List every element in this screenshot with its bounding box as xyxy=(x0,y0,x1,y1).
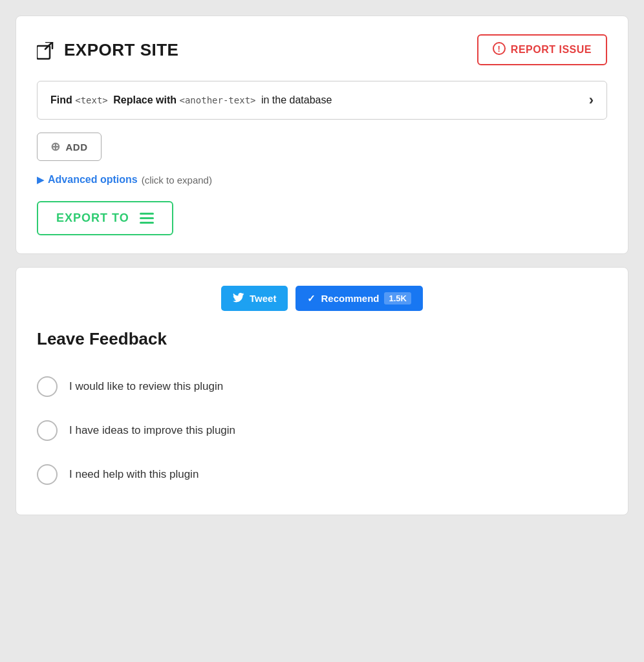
report-issue-button[interactable]: ! REPORT ISSUE xyxy=(477,34,607,65)
advanced-options-arrow-icon: ▶ xyxy=(37,175,44,185)
find-replace-suffix: in the database xyxy=(261,94,332,105)
find-replace-text: Find <text> Replace with <another-text> … xyxy=(50,94,332,106)
replace-label: Replace with xyxy=(113,94,177,105)
recommend-label: Recommend xyxy=(321,293,379,304)
feedback-option-1-label: I would like to review this plugin xyxy=(69,380,223,393)
export-to-label: EXPORT TO xyxy=(56,211,129,225)
leave-feedback-title: Leave Feedback xyxy=(37,329,607,349)
radio-review[interactable] xyxy=(37,376,58,397)
twitter-icon xyxy=(233,293,244,304)
social-buttons: Tweet ✓ Recommend 1.5K xyxy=(37,286,607,311)
add-label: ADD xyxy=(66,142,88,153)
recommend-check-icon: ✓ xyxy=(307,293,316,304)
advanced-options-hint: (click to expand) xyxy=(142,175,212,186)
radio-help[interactable] xyxy=(37,464,58,485)
advanced-options[interactable]: ▶ Advanced options (click to expand) xyxy=(37,174,607,186)
feedback-option-2-label: I have ideas to improve this plugin xyxy=(69,424,235,437)
feedback-options: I would like to review this plugin I hav… xyxy=(37,365,607,496)
svg-text:!: ! xyxy=(497,44,500,54)
feedback-option-1[interactable]: I would like to review this plugin xyxy=(37,365,607,409)
export-site-header: EXPORT SITE ! REPORT ISSUE xyxy=(37,34,607,65)
feedback-option-3-label: I need help with this plugin xyxy=(69,468,199,481)
find-replace-bar[interactable]: Find <text> Replace with <another-text> … xyxy=(37,81,607,120)
find-replace-arrow: › xyxy=(589,92,594,109)
export-site-text: EXPORT SITE xyxy=(64,40,178,60)
radio-ideas[interactable] xyxy=(37,420,58,441)
export-to-lines-icon xyxy=(140,213,154,224)
feedback-card: Tweet ✓ Recommend 1.5K Leave Feedback I … xyxy=(16,267,628,515)
add-icon: ⊕ xyxy=(50,140,61,154)
report-issue-icon: ! xyxy=(493,42,506,58)
find-code: <text> xyxy=(75,95,113,105)
add-button[interactable]: ⊕ ADD xyxy=(37,133,102,161)
export-site-title: EXPORT SITE xyxy=(37,39,178,59)
tweet-label: Tweet xyxy=(250,293,276,304)
find-label: Find xyxy=(50,94,72,105)
export-site-card: EXPORT SITE ! REPORT ISSUE Find <text> R… xyxy=(16,16,628,254)
advanced-options-link[interactable]: Advanced options xyxy=(48,174,138,186)
svg-rect-0 xyxy=(37,46,50,59)
feedback-option-2[interactable]: I have ideas to improve this plugin xyxy=(37,409,607,453)
feedback-option-3[interactable]: I need help with this plugin xyxy=(37,453,607,496)
replace-code: <another-text> xyxy=(180,95,261,105)
export-to-button[interactable]: EXPORT TO xyxy=(37,201,173,235)
export-site-icon xyxy=(37,39,56,59)
recommend-count: 1.5K xyxy=(384,292,411,304)
tweet-button[interactable]: Tweet xyxy=(221,286,288,311)
recommend-button[interactable]: ✓ Recommend 1.5K xyxy=(295,286,423,311)
report-issue-label: REPORT ISSUE xyxy=(511,44,592,56)
